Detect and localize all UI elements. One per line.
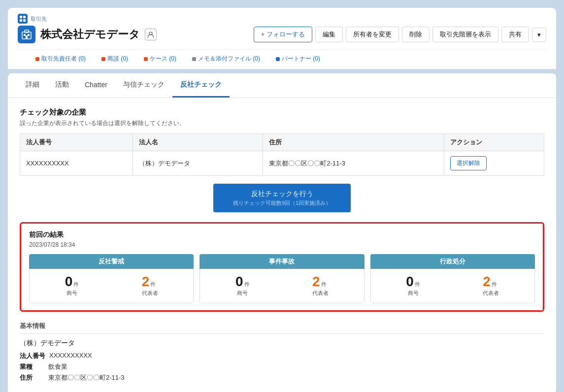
subnav-item-cases[interactable]: ケース (0) <box>136 50 184 69</box>
antisocial-check-button[interactable]: 反社チェックを行う 残りチェック可能数9回（1回実施済み） <box>213 184 351 212</box>
stat-label-admin-0: 商号 <box>406 290 420 297</box>
stat-number-admin-1: 2 <box>483 275 491 289</box>
result-card-admin: 行政処分 0 件 商号 2 <box>370 254 535 303</box>
delete-button[interactable]: 削除 <box>402 27 430 42</box>
subnav-item-notes[interactable]: メモ＆添付ファイル (0) <box>184 50 268 69</box>
breadcrumb-icon <box>18 14 28 24</box>
cell-corp-name: （株）デモデータ <box>133 151 263 176</box>
check-section-title: チェック対象の企業 <box>20 108 544 117</box>
card-body-admin: 0 件 商号 2 件 代表者 <box>370 269 535 303</box>
stat-admin-company: 0 件 商号 <box>406 275 420 297</box>
change-owner-button[interactable]: 所有者を変更 <box>346 27 399 42</box>
stat-label-incident-1: 代表者 <box>312 290 329 297</box>
stat-label-antisocial-0: 商号 <box>65 290 79 297</box>
subnav-item-deals[interactable]: 商談 (0) <box>94 50 136 69</box>
main-content: 詳細 活動 Chatter 与信チェック 反社チェック チェック対象の企業 誤っ… <box>8 73 556 392</box>
subnav-dot-cases <box>144 57 148 61</box>
basic-info-company: （株）デモデータ <box>20 339 544 348</box>
tab-credit-check[interactable]: 与信チェック <box>115 73 172 98</box>
stat-antisocial-company: 0 件 商号 <box>65 275 79 297</box>
stat-unit-incident-1: 件 <box>321 281 327 288</box>
col-header-name: 法人名 <box>133 134 263 151</box>
results-title: 前回の結果 <box>29 230 535 239</box>
result-card-antisocial: 反社警戒 0 件 商号 2 <box>29 254 194 303</box>
sub-nav: 取引先責任者 (0) 商談 (0) ケース (0) メモ＆添付ファイル (0) … <box>18 49 546 69</box>
check-btn-sub: 残りチェック可能数9回（1回実施済み） <box>233 199 331 207</box>
subnav-label-partners: パートナー (0) <box>282 55 320 63</box>
share-button[interactable]: 共有 <box>501 27 529 42</box>
col-header-address: 住所 <box>263 134 444 151</box>
stat-unit-admin-1: 件 <box>492 281 497 288</box>
follow-button[interactable]: + フォローする <box>254 27 312 42</box>
results-box: 前回の結果 2023/07/28 18:34 反社警戒 0 件 商号 <box>20 222 544 312</box>
tab-chatter[interactable]: Chatter <box>77 74 115 97</box>
subnav-dot-contacts <box>35 57 39 61</box>
tab-detail[interactable]: 詳細 <box>18 73 47 98</box>
card-header-admin: 行政処分 <box>370 254 535 269</box>
page-wrapper: 取引先 株式会社デモデータ <box>8 8 556 392</box>
person-icon <box>145 29 157 40</box>
basic-info-row-industry: 業種 飲食業 <box>20 362 544 371</box>
basic-info-row-id: 法人番号 XXXXXXXXXX <box>20 352 544 360</box>
subnav-label-cases: ケース (0) <box>150 55 176 63</box>
col-header-action: アクション <box>444 134 544 151</box>
stat-admin-rep: 2 件 代表者 <box>483 275 499 297</box>
result-card-incident: 事件事故 0 件 商号 2 <box>199 254 364 303</box>
svg-rect-7 <box>28 34 30 36</box>
svg-rect-2 <box>20 19 22 22</box>
content-area: チェック対象の企業 誤った企業が表示されている場合は選択を解除してください。 法… <box>8 98 556 392</box>
deselect-button[interactable]: 選択解除 <box>450 156 487 170</box>
record-icon <box>18 26 35 43</box>
check-btn-wrapper: 反社チェックを行う 残りチェック可能数9回（1回実施済み） <box>20 184 544 212</box>
stat-label-antisocial-1: 代表者 <box>142 290 158 297</box>
record-header: 取引先 株式会社デモデータ <box>8 8 556 69</box>
title-left: 株式会社デモデータ <box>18 26 157 43</box>
svg-rect-1 <box>23 16 26 18</box>
subnav-dot-notes <box>192 57 196 61</box>
col-header-id: 法人番号 <box>20 134 133 151</box>
basic-info-value-id: XXXXXXXXXX <box>49 352 92 360</box>
tab-antisocial-check[interactable]: 反社チェック <box>172 73 230 98</box>
card-body-antisocial: 0 件 商号 2 件 代表者 <box>29 269 194 303</box>
basic-info-value-industry: 飲食業 <box>48 362 67 371</box>
edit-button[interactable]: 編集 <box>315 27 343 42</box>
stat-antisocial-rep: 2 件 代表者 <box>142 275 158 297</box>
stat-unit-incident-0: 件 <box>244 281 250 288</box>
results-cards: 反社警戒 0 件 商号 2 <box>29 254 535 303</box>
subnav-item-contacts[interactable]: 取引先責任者 (0) <box>28 50 94 69</box>
basic-info-value-address: 東京都〇〇区〇〇町2-11-3 <box>48 373 125 382</box>
subnav-label-deals: 商談 (0) <box>107 55 128 63</box>
action-buttons: + フォローする 編集 所有者を変更 削除 取引先階層を表示 共有 ▾ <box>254 27 546 42</box>
tab-activity[interactable]: 活動 <box>47 73 77 98</box>
svg-rect-0 <box>20 16 22 18</box>
subnav-dot-deals <box>101 57 105 61</box>
card-body-incident: 0 件 商号 2 件 代表者 <box>199 269 364 303</box>
subnav-label-notes: メモ＆添付ファイル (0) <box>198 55 260 63</box>
card-header-incident: 事件事故 <box>199 254 364 269</box>
cell-corp-id: XXXXXXXXXX <box>20 151 133 176</box>
more-button[interactable]: ▾ <box>532 28 546 42</box>
cell-action: 選択解除 <box>444 151 544 176</box>
subnav-label-contacts: 取引先責任者 (0) <box>41 55 86 63</box>
stat-incident-rep: 2 件 代表者 <box>312 275 329 297</box>
basic-info-row-address: 住所 東京都〇〇区〇〇町2-11-3 <box>20 373 544 382</box>
basic-info-label-address: 住所 <box>20 373 44 382</box>
svg-rect-6 <box>24 34 26 36</box>
subnav-dot-partners <box>276 57 280 61</box>
stat-unit-antisocial-0: 件 <box>73 281 79 288</box>
svg-rect-3 <box>23 19 26 22</box>
stat-label-admin-1: 代表者 <box>483 290 499 297</box>
stat-number-antisocial-1: 2 <box>142 275 150 289</box>
subnav-item-partners[interactable]: パートナー (0) <box>268 50 328 69</box>
stat-number-incident-0: 0 <box>235 275 243 289</box>
table-row: XXXXXXXXXX （株）デモデータ 東京都〇〇区〇〇町2-11-3 選択解除 <box>20 151 544 176</box>
stat-unit-admin-0: 件 <box>415 281 420 288</box>
basic-info-title: 基本情報 <box>20 322 544 334</box>
breadcrumb-label: 取引先 <box>31 15 47 23</box>
cell-address: 東京都〇〇区〇〇町2-11-3 <box>263 151 444 176</box>
basic-info-label-industry: 業種 <box>20 362 44 371</box>
check-section-subtitle: 誤った企業が表示されている場合は選択を解除してください。 <box>20 119 544 128</box>
show-hierarchy-button[interactable]: 取引先階層を表示 <box>432 27 498 42</box>
stat-number-antisocial-0: 0 <box>65 275 73 289</box>
stat-unit-antisocial-1: 件 <box>150 281 156 288</box>
